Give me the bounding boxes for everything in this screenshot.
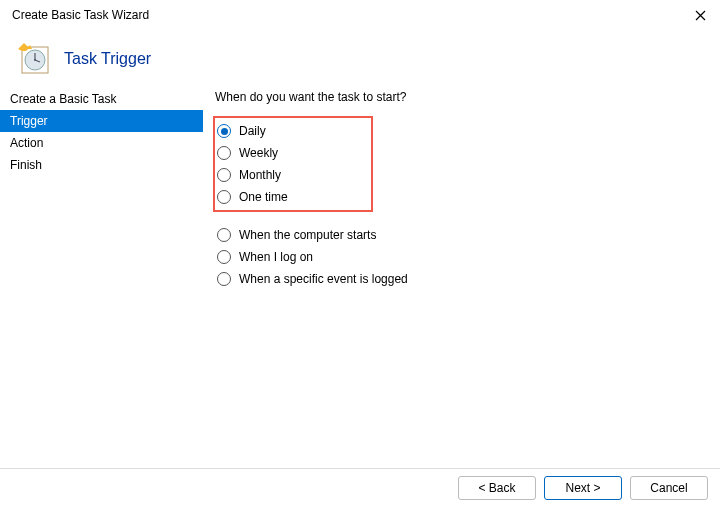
highlighted-group: Daily Weekly Monthly One time (213, 116, 373, 212)
radio-weekly[interactable]: Weekly (215, 146, 363, 160)
main-panel: When do you want the task to start? Dail… (203, 88, 720, 468)
sidebar-item-finish[interactable]: Finish (0, 154, 203, 176)
radio-label: When I log on (239, 250, 313, 264)
clock-icon (18, 43, 50, 75)
cancel-button[interactable]: Cancel (630, 476, 708, 500)
radio-monthly[interactable]: Monthly (215, 168, 363, 182)
radio-label: Weekly (239, 146, 278, 160)
radio-icon (217, 250, 231, 264)
radio-label: One time (239, 190, 288, 204)
radio-icon (217, 228, 231, 242)
radio-icon (217, 168, 231, 182)
radio-computer-starts[interactable]: When the computer starts (215, 228, 720, 242)
next-button[interactable]: Next > (544, 476, 622, 500)
trigger-options: Daily Weekly Monthly One time When the c… (215, 116, 720, 286)
close-button[interactable] (680, 0, 720, 30)
radio-daily[interactable]: Daily (215, 124, 363, 138)
sidebar: Create a Basic Task Trigger Action Finis… (0, 88, 203, 468)
wizard-footer: < Back Next > Cancel (0, 468, 720, 506)
page-title: Task Trigger (64, 50, 151, 68)
radio-label: Monthly (239, 168, 281, 182)
radio-label: When a specific event is logged (239, 272, 408, 286)
back-button[interactable]: < Back (458, 476, 536, 500)
wizard-header: Task Trigger (0, 30, 720, 88)
radio-icon (217, 124, 231, 138)
sidebar-item-create[interactable]: Create a Basic Task (0, 88, 203, 110)
radio-icon (217, 272, 231, 286)
sidebar-item-action[interactable]: Action (0, 132, 203, 154)
radio-label: When the computer starts (239, 228, 376, 242)
trigger-question: When do you want the task to start? (215, 90, 720, 104)
close-icon (695, 10, 706, 21)
radio-icon (217, 146, 231, 160)
wizard-body: Create a Basic Task Trigger Action Finis… (0, 88, 720, 468)
radio-label: Daily (239, 124, 266, 138)
radio-onetime[interactable]: One time (215, 190, 363, 204)
radio-logon[interactable]: When I log on (215, 250, 720, 264)
window-title: Create Basic Task Wizard (10, 8, 710, 22)
sidebar-item-trigger[interactable]: Trigger (0, 110, 203, 132)
radio-icon (217, 190, 231, 204)
radio-specific-event[interactable]: When a specific event is logged (215, 272, 720, 286)
titlebar: Create Basic Task Wizard (0, 0, 720, 30)
